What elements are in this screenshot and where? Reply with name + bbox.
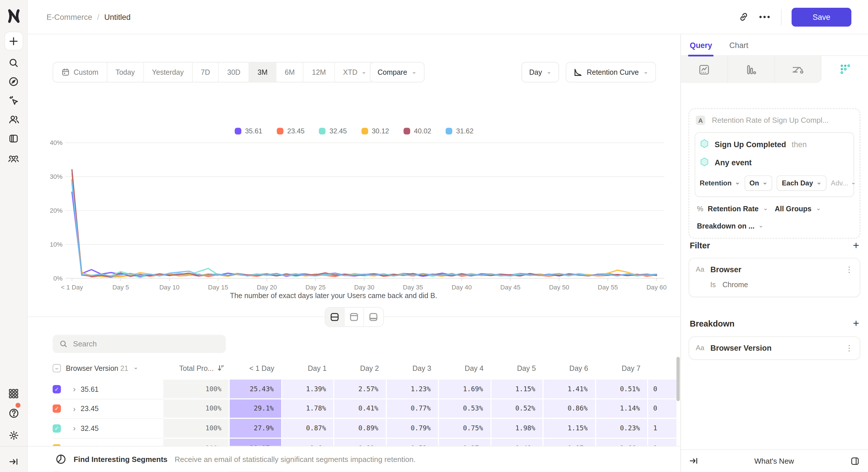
filter-kebab-menu-icon[interactable]: ⋮ (845, 265, 853, 274)
search-input[interactable] (73, 340, 219, 348)
event-step-a[interactable]: Sign Up Completed then (700, 139, 849, 149)
on-dropdown[interactable]: On⌄ (744, 175, 772, 191)
retention-cell[interactable]: 1.23% (386, 379, 439, 399)
event-step-b[interactable]: Any event (700, 157, 849, 168)
report-type-insights-icon[interactable] (681, 56, 727, 83)
report-title[interactable]: Untitled (104, 12, 131, 21)
collapse-panel-icon[interactable] (689, 457, 698, 465)
day-column-header[interactable]: < 1 Day (230, 364, 282, 372)
date-range-30d[interactable]: 30D (219, 62, 249, 81)
query-title[interactable]: Retention Rate of Sign Up Compl... (712, 116, 829, 125)
group-column-header[interactable]: Browser Version 21 (66, 364, 128, 372)
retention-cell[interactable]: 0.79% (386, 419, 439, 439)
view-toggle-table[interactable] (364, 308, 383, 326)
retention-cell[interactable]: 1.15% (491, 379, 544, 399)
day-column-header[interactable]: Day 4 (439, 364, 491, 372)
retention-cell[interactable]: 0.89% (335, 419, 387, 439)
table-vertical-scrollbar[interactable] (677, 357, 680, 401)
retention-cell[interactable]: 1.14% (596, 399, 648, 419)
retention-cell[interactable]: 0.52% (491, 399, 544, 419)
retention-cell[interactable]: 1.78% (282, 399, 335, 419)
users-nav-icon[interactable] (4, 110, 23, 129)
add-filter-button[interactable]: + (853, 240, 859, 251)
save-button[interactable]: Save (792, 7, 851, 26)
retention-type-dropdown[interactable]: Retention⌄ (700, 179, 740, 187)
copy-link-icon[interactable] (739, 11, 749, 22)
view-toggle-split[interactable] (325, 308, 344, 326)
breakdown-kebab-menu-icon[interactable]: ⋮ (845, 343, 853, 352)
date-range-xtd[interactable]: XTD⌄ (335, 62, 375, 81)
date-range-6m[interactable]: 6M (276, 62, 303, 81)
retention-cell[interactable]: 2.57% (335, 379, 387, 399)
row-checkbox[interactable]: ✓ (53, 385, 61, 393)
retention-cell[interactable]: 0.23% (596, 419, 648, 439)
report-type-funnels-icon[interactable] (727, 56, 775, 83)
expand-sidebar-icon[interactable] (4, 452, 23, 471)
compare-button[interactable]: Compare⌄ (370, 62, 425, 82)
retention-cell-clipped[interactable]: 0 (648, 379, 677, 399)
retention-cell[interactable]: 1.39% (282, 379, 335, 399)
groups-dropdown[interactable]: All Groups (775, 205, 812, 213)
row-expander-icon[interactable]: › (73, 404, 75, 413)
apps-grid-icon[interactable] (4, 384, 23, 403)
panel-layout-icon[interactable] (850, 456, 860, 466)
retention-cell[interactable]: 0.87% (282, 419, 335, 439)
segments-title[interactable]: Find Interesting Segments (74, 455, 167, 463)
report-type-retention-icon[interactable] (822, 56, 868, 83)
search-nav-icon[interactable] (4, 53, 23, 72)
cohorts-nav-icon[interactable] (4, 149, 23, 168)
breadcrumb-project[interactable]: E-Commerce (46, 12, 92, 21)
breakdown-card[interactable]: Aa Browser Version ⋮ (688, 336, 860, 360)
retention-cell[interactable]: 1.15% (544, 419, 596, 439)
day-column-header[interactable]: Day 3 (386, 364, 439, 372)
tab-chart[interactable]: Chart (730, 41, 748, 55)
date-range-custom[interactable]: Custom (53, 62, 107, 81)
row-checkbox[interactable]: ✓ (53, 424, 61, 433)
breakdown-on-dropdown[interactable]: Breakdown on ... (697, 222, 754, 230)
total-column-header[interactable]: Total Pro... (163, 364, 230, 372)
add-breakdown-button[interactable]: + (853, 318, 859, 329)
filter-card[interactable]: Aa Browser ⋮ Is Chrome (688, 258, 860, 297)
filter-value[interactable]: Chrome (722, 280, 748, 289)
day-column-header[interactable]: Day 7 (596, 364, 648, 372)
discover-compass-icon[interactable] (4, 72, 23, 91)
date-range-12m[interactable]: 12M (304, 62, 335, 81)
retention-cell[interactable]: 0.75% (439, 419, 491, 439)
retention-cell[interactable]: 29.1% (230, 399, 282, 419)
day-column-header[interactable]: Day 1 (282, 364, 335, 372)
report-type-flows-icon[interactable] (775, 56, 822, 83)
retention-cell[interactable]: 1.41% (544, 379, 596, 399)
retention-cell[interactable]: 0.51% (596, 379, 648, 399)
whats-new-link[interactable]: What's New (698, 457, 850, 465)
boards-nav-icon[interactable] (4, 129, 23, 147)
date-range-7d[interactable]: 7D (192, 62, 219, 81)
day-column-header[interactable]: Day 6 (544, 364, 596, 372)
retention-cell[interactable]: 1.69% (439, 379, 491, 399)
measure-dropdown[interactable]: Retention Rate (708, 205, 759, 213)
retention-line-chart[interactable]: 40%30%20%10%0%< 1 DayDay 5Day 10Day 15Da… (28, 126, 680, 297)
retention-cell-clipped[interactable]: 1 (648, 419, 677, 439)
retention-cell[interactable]: 27.9% (230, 419, 282, 439)
mixpanel-logo[interactable] (7, 9, 21, 23)
date-range-3m[interactable]: 3M (249, 62, 276, 81)
view-toggle-chart[interactable] (344, 308, 364, 326)
events-click-icon[interactable] (4, 92, 23, 110)
more-menu-icon[interactable]: ••• (759, 12, 771, 22)
retention-cell-clipped[interactable]: 0 (648, 399, 677, 419)
interesting-segments-bar[interactable]: Find Interesting Segments Receive an ema… (28, 446, 680, 472)
filter-operator[interactable]: Is (710, 280, 716, 289)
retention-cell[interactable]: 0.53% (439, 399, 491, 419)
each-day-dropdown[interactable]: Each Day⌄ (777, 175, 826, 191)
settings-gear-icon[interactable] (4, 426, 23, 445)
create-new-button[interactable] (4, 32, 23, 50)
retention-cell[interactable]: 25.43% (230, 379, 282, 399)
row-checkbox[interactable]: ✓ (53, 405, 61, 413)
retention-cell[interactable]: 0.86% (544, 399, 596, 419)
day-column-header[interactable]: Day 5 (491, 364, 544, 372)
table-search[interactable] (53, 335, 226, 353)
retention-cell[interactable]: 0.77% (386, 399, 439, 419)
tab-query[interactable]: Query (690, 41, 712, 55)
day-column-header[interactable]: Day 2 (335, 364, 387, 372)
help-icon[interactable] (4, 404, 23, 423)
advanced-dropdown[interactable]: Adv...⌄ (831, 179, 856, 187)
